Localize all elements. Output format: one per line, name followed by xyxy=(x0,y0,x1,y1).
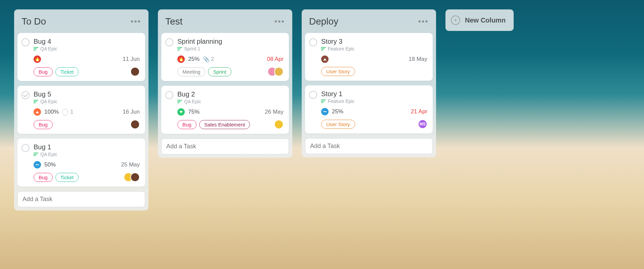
assignee-avatar[interactable] xyxy=(130,172,140,182)
column-title: Deploy xyxy=(309,16,338,27)
tag[interactable]: Sprint xyxy=(208,67,231,76)
priority-icon xyxy=(34,55,41,63)
progress-percent: 25% xyxy=(332,108,343,115)
column: To Do•••Bug 4QA Epic11 JunBugTicketBug 5… xyxy=(14,9,148,210)
progress-percent: 75% xyxy=(188,109,200,115)
task-card[interactable]: Bug 1QA Epic50%25 MayBugTicket xyxy=(17,139,145,187)
add-task-input[interactable] xyxy=(305,138,433,154)
complete-checkbox[interactable] xyxy=(22,144,30,152)
comment-icon xyxy=(62,109,68,115)
assignee-avatar[interactable] xyxy=(130,120,140,129)
tag[interactable]: Bug xyxy=(177,120,197,129)
due-date: 16 Jun xyxy=(123,109,140,115)
epic-icon xyxy=(177,47,182,50)
task-title: Bug 5 xyxy=(34,90,140,98)
epic-label: QA Epic xyxy=(184,99,201,104)
complete-checkbox[interactable] xyxy=(22,38,30,46)
epic-icon xyxy=(177,100,182,103)
due-date: 21 Apr xyxy=(411,108,427,115)
new-column-label: New Column xyxy=(465,16,506,24)
task-card[interactable]: Story 1Feature Epic25%21 AprUser StoryMS xyxy=(305,85,433,133)
tag[interactable]: Bug xyxy=(34,173,53,182)
due-date: 11 Jun xyxy=(123,56,140,63)
epic-label: Feature Epic xyxy=(328,46,354,51)
tag[interactable]: Ticket xyxy=(55,67,79,76)
paperclip-icon: 📎 xyxy=(203,56,210,63)
tag[interactable]: Sales Enablement xyxy=(199,120,250,129)
task-title: Sprint planning xyxy=(177,38,284,45)
tag[interactable]: User Story xyxy=(321,120,355,129)
complete-checkbox[interactable] xyxy=(165,91,173,99)
epic-label: QA Epic xyxy=(40,152,57,157)
tag[interactable]: User Story xyxy=(321,67,355,76)
due-date: 18 May xyxy=(409,56,427,63)
priority-icon xyxy=(321,108,329,115)
epic-icon xyxy=(321,47,326,50)
assignee-avatar[interactable] xyxy=(274,120,284,129)
task-title: Story 1 xyxy=(321,90,427,98)
complete-checkbox[interactable] xyxy=(22,91,30,99)
epic-label: QA Epic xyxy=(40,99,57,104)
priority-icon xyxy=(321,55,329,63)
task-card[interactable]: Bug 5QA Epic100%116 JunBug xyxy=(17,86,145,134)
column-title: Test xyxy=(165,16,182,27)
progress-percent: 100% xyxy=(44,109,59,115)
add-task-input[interactable] xyxy=(161,139,289,154)
epic-icon xyxy=(34,153,38,156)
progress-percent: 50% xyxy=(44,161,56,168)
task-title: Bug 2 xyxy=(177,90,284,98)
task-card[interactable]: Sprint planningSprint 125%📎208 AprMeetin… xyxy=(161,33,289,81)
tag[interactable]: Bug xyxy=(34,67,53,76)
plus-icon: + xyxy=(451,15,460,25)
tag[interactable]: Bug xyxy=(34,120,53,129)
task-title: Bug 1 xyxy=(34,143,140,151)
priority-icon xyxy=(177,55,185,63)
due-date: 25 May xyxy=(121,161,140,168)
complete-checkbox[interactable] xyxy=(309,38,317,46)
column-title: To Do xyxy=(22,16,46,27)
assignee-avatar[interactable]: MS xyxy=(418,119,427,129)
epic-icon xyxy=(34,100,38,103)
tag[interactable]: Ticket xyxy=(55,173,79,182)
task-title: Story 3 xyxy=(321,38,427,45)
due-date: 26 May xyxy=(265,109,284,115)
epic-label: Feature Epic xyxy=(328,99,354,104)
complete-checkbox[interactable] xyxy=(165,38,173,46)
task-title: Bug 4 xyxy=(34,38,140,45)
priority-icon xyxy=(177,108,185,116)
priority-icon xyxy=(34,108,41,116)
column-menu-icon[interactable]: ••• xyxy=(131,17,141,26)
column: Deploy•••Story 3Feature Epic18 MayUser S… xyxy=(302,9,436,157)
task-card[interactable]: Bug 4QA Epic11 JunBugTicket xyxy=(17,33,145,81)
attachment-count[interactable]: 📎2 xyxy=(203,56,214,63)
progress-percent: 25% xyxy=(188,56,200,63)
epic-label: QA Epic xyxy=(40,46,57,51)
column-menu-icon[interactable]: ••• xyxy=(418,17,429,26)
assignee-avatar[interactable] xyxy=(274,67,284,76)
comment-count[interactable]: 1 xyxy=(62,109,73,115)
assignee-avatar[interactable] xyxy=(130,67,140,76)
epic-icon xyxy=(321,100,326,103)
task-card[interactable]: Story 3Feature Epic18 MayUser Story xyxy=(305,33,433,81)
column: Test•••Sprint planningSprint 125%📎208 Ap… xyxy=(158,9,292,158)
task-card[interactable]: Bug 2QA Epic75%26 MayBugSales Enablement xyxy=(161,86,289,134)
complete-checkbox[interactable] xyxy=(309,91,317,99)
tag[interactable]: Meeting xyxy=(177,67,205,76)
column-menu-icon[interactable]: ••• xyxy=(274,17,285,26)
due-date: 08 Apr xyxy=(267,56,284,63)
add-task-input[interactable] xyxy=(17,191,145,207)
epic-label: Sprint 1 xyxy=(184,46,200,51)
new-column-button[interactable]: +New Column xyxy=(445,9,514,31)
priority-icon xyxy=(34,161,41,168)
epic-icon xyxy=(34,47,38,50)
